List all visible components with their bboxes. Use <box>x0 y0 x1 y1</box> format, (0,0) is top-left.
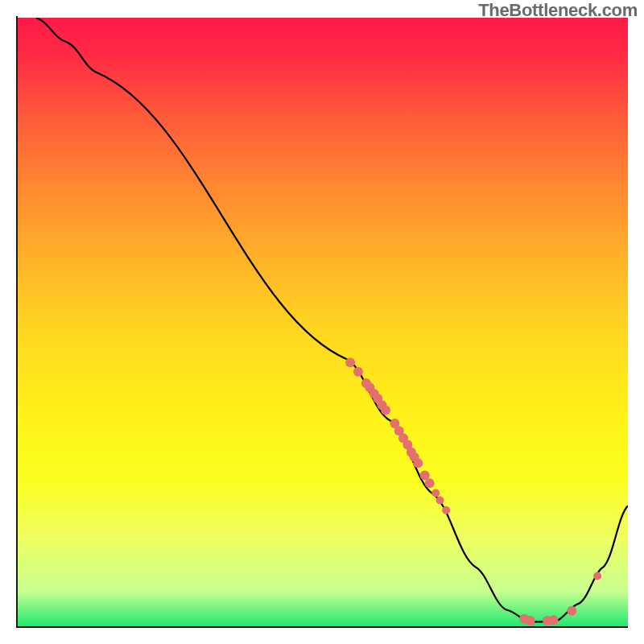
bottleneck-curve <box>36 18 628 621</box>
data-marker <box>567 606 576 616</box>
bottleneck-chart: TheBottleneck.com <box>0 0 644 644</box>
data-marker <box>593 572 601 580</box>
data-marker <box>431 489 440 497</box>
data-marker <box>381 405 390 415</box>
data-marker <box>436 497 444 505</box>
data-marker <box>425 478 435 488</box>
data-marker <box>353 367 363 377</box>
curve-svg <box>18 18 628 628</box>
data-marker <box>526 616 535 625</box>
data-markers <box>345 357 601 625</box>
data-marker <box>345 357 355 367</box>
data-marker <box>413 458 423 468</box>
data-marker <box>549 615 559 625</box>
attribution-label: TheBottleneck.com <box>478 0 638 21</box>
data-marker <box>442 506 450 514</box>
